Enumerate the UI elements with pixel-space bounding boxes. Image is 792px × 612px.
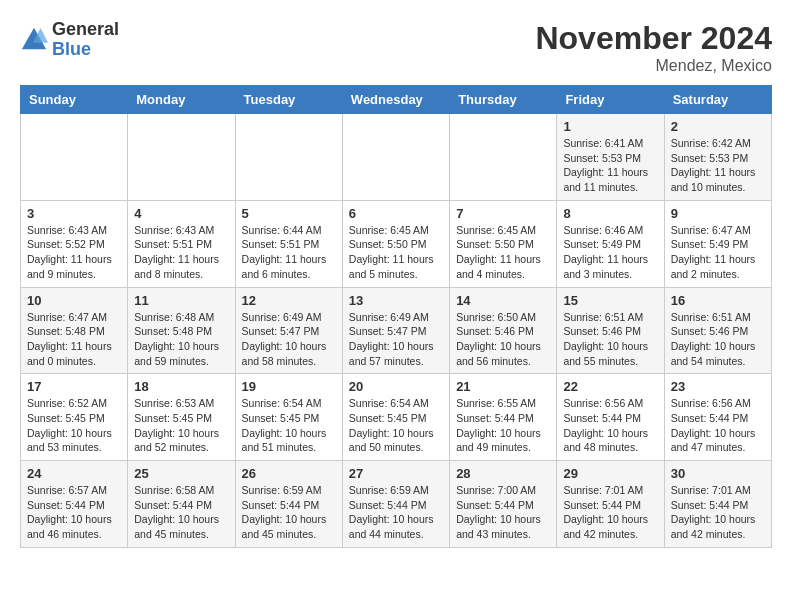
calendar-cell: 4Sunrise: 6:43 AM Sunset: 5:51 PM Daylig… xyxy=(128,200,235,287)
day-number: 14 xyxy=(456,293,550,308)
day-number: 24 xyxy=(27,466,121,481)
day-number: 25 xyxy=(134,466,228,481)
day-info: Sunrise: 6:55 AM Sunset: 5:44 PM Dayligh… xyxy=(456,396,550,455)
day-info: Sunrise: 6:44 AM Sunset: 5:51 PM Dayligh… xyxy=(242,223,336,282)
calendar-cell: 14Sunrise: 6:50 AM Sunset: 5:46 PM Dayli… xyxy=(450,287,557,374)
calendar-cell: 2Sunrise: 6:42 AM Sunset: 5:53 PM Daylig… xyxy=(664,114,771,201)
day-number: 23 xyxy=(671,379,765,394)
calendar-cell xyxy=(235,114,342,201)
calendar-cell: 17Sunrise: 6:52 AM Sunset: 5:45 PM Dayli… xyxy=(21,374,128,461)
day-info: Sunrise: 6:54 AM Sunset: 5:45 PM Dayligh… xyxy=(242,396,336,455)
weekday-wednesday: Wednesday xyxy=(342,86,449,114)
calendar-cell xyxy=(21,114,128,201)
calendar-cell: 15Sunrise: 6:51 AM Sunset: 5:46 PM Dayli… xyxy=(557,287,664,374)
day-number: 12 xyxy=(242,293,336,308)
day-number: 19 xyxy=(242,379,336,394)
calendar-cell xyxy=(342,114,449,201)
day-number: 22 xyxy=(563,379,657,394)
day-info: Sunrise: 6:59 AM Sunset: 5:44 PM Dayligh… xyxy=(242,483,336,542)
calendar-cell: 3Sunrise: 6:43 AM Sunset: 5:52 PM Daylig… xyxy=(21,200,128,287)
day-number: 15 xyxy=(563,293,657,308)
calendar-cell xyxy=(128,114,235,201)
day-info: Sunrise: 6:45 AM Sunset: 5:50 PM Dayligh… xyxy=(456,223,550,282)
calendar-week-5: 24Sunrise: 6:57 AM Sunset: 5:44 PM Dayli… xyxy=(21,461,772,548)
day-number: 21 xyxy=(456,379,550,394)
location: Mendez, Mexico xyxy=(535,57,772,75)
day-info: Sunrise: 7:01 AM Sunset: 5:44 PM Dayligh… xyxy=(671,483,765,542)
logo-icon xyxy=(20,26,48,54)
calendar-cell: 26Sunrise: 6:59 AM Sunset: 5:44 PM Dayli… xyxy=(235,461,342,548)
title-area: November 2024 Mendez, Mexico xyxy=(535,20,772,75)
day-number: 17 xyxy=(27,379,121,394)
day-number: 4 xyxy=(134,206,228,221)
day-info: Sunrise: 6:50 AM Sunset: 5:46 PM Dayligh… xyxy=(456,310,550,369)
day-number: 11 xyxy=(134,293,228,308)
day-info: Sunrise: 6:49 AM Sunset: 5:47 PM Dayligh… xyxy=(242,310,336,369)
day-info: Sunrise: 6:43 AM Sunset: 5:52 PM Dayligh… xyxy=(27,223,121,282)
day-info: Sunrise: 6:52 AM Sunset: 5:45 PM Dayligh… xyxy=(27,396,121,455)
day-info: Sunrise: 6:51 AM Sunset: 5:46 PM Dayligh… xyxy=(671,310,765,369)
day-number: 1 xyxy=(563,119,657,134)
calendar-cell: 13Sunrise: 6:49 AM Sunset: 5:47 PM Dayli… xyxy=(342,287,449,374)
logo: General Blue xyxy=(20,20,119,60)
weekday-monday: Monday xyxy=(128,86,235,114)
day-number: 6 xyxy=(349,206,443,221)
calendar-table: SundayMondayTuesdayWednesdayThursdayFrid… xyxy=(20,85,772,548)
day-number: 3 xyxy=(27,206,121,221)
calendar-cell: 19Sunrise: 6:54 AM Sunset: 5:45 PM Dayli… xyxy=(235,374,342,461)
day-info: Sunrise: 6:45 AM Sunset: 5:50 PM Dayligh… xyxy=(349,223,443,282)
calendar-cell: 24Sunrise: 6:57 AM Sunset: 5:44 PM Dayli… xyxy=(21,461,128,548)
calendar-cell: 30Sunrise: 7:01 AM Sunset: 5:44 PM Dayli… xyxy=(664,461,771,548)
month-title: November 2024 xyxy=(535,20,772,57)
weekday-saturday: Saturday xyxy=(664,86,771,114)
logo-general: General xyxy=(52,20,119,40)
day-number: 29 xyxy=(563,466,657,481)
day-info: Sunrise: 6:56 AM Sunset: 5:44 PM Dayligh… xyxy=(671,396,765,455)
day-info: Sunrise: 6:51 AM Sunset: 5:46 PM Dayligh… xyxy=(563,310,657,369)
calendar-cell: 22Sunrise: 6:56 AM Sunset: 5:44 PM Dayli… xyxy=(557,374,664,461)
calendar-cell: 20Sunrise: 6:54 AM Sunset: 5:45 PM Dayli… xyxy=(342,374,449,461)
day-info: Sunrise: 6:47 AM Sunset: 5:49 PM Dayligh… xyxy=(671,223,765,282)
calendar-week-2: 3Sunrise: 6:43 AM Sunset: 5:52 PM Daylig… xyxy=(21,200,772,287)
day-info: Sunrise: 6:47 AM Sunset: 5:48 PM Dayligh… xyxy=(27,310,121,369)
calendar-cell: 25Sunrise: 6:58 AM Sunset: 5:44 PM Dayli… xyxy=(128,461,235,548)
day-number: 9 xyxy=(671,206,765,221)
calendar-cell: 6Sunrise: 6:45 AM Sunset: 5:50 PM Daylig… xyxy=(342,200,449,287)
day-number: 16 xyxy=(671,293,765,308)
day-info: Sunrise: 6:43 AM Sunset: 5:51 PM Dayligh… xyxy=(134,223,228,282)
day-info: Sunrise: 7:01 AM Sunset: 5:44 PM Dayligh… xyxy=(563,483,657,542)
day-number: 7 xyxy=(456,206,550,221)
day-info: Sunrise: 6:42 AM Sunset: 5:53 PM Dayligh… xyxy=(671,136,765,195)
page: General Blue November 2024 Mendez, Mexic… xyxy=(0,0,792,568)
weekday-thursday: Thursday xyxy=(450,86,557,114)
calendar-cell: 12Sunrise: 6:49 AM Sunset: 5:47 PM Dayli… xyxy=(235,287,342,374)
day-info: Sunrise: 7:00 AM Sunset: 5:44 PM Dayligh… xyxy=(456,483,550,542)
calendar-week-1: 1Sunrise: 6:41 AM Sunset: 5:53 PM Daylig… xyxy=(21,114,772,201)
weekday-tuesday: Tuesday xyxy=(235,86,342,114)
calendar-cell: 5Sunrise: 6:44 AM Sunset: 5:51 PM Daylig… xyxy=(235,200,342,287)
day-number: 27 xyxy=(349,466,443,481)
calendar-cell: 21Sunrise: 6:55 AM Sunset: 5:44 PM Dayli… xyxy=(450,374,557,461)
calendar-cell: 18Sunrise: 6:53 AM Sunset: 5:45 PM Dayli… xyxy=(128,374,235,461)
calendar-cell: 10Sunrise: 6:47 AM Sunset: 5:48 PM Dayli… xyxy=(21,287,128,374)
day-number: 8 xyxy=(563,206,657,221)
calendar-week-3: 10Sunrise: 6:47 AM Sunset: 5:48 PM Dayli… xyxy=(21,287,772,374)
day-number: 20 xyxy=(349,379,443,394)
day-info: Sunrise: 6:53 AM Sunset: 5:45 PM Dayligh… xyxy=(134,396,228,455)
header: General Blue November 2024 Mendez, Mexic… xyxy=(20,20,772,75)
calendar-cell: 8Sunrise: 6:46 AM Sunset: 5:49 PM Daylig… xyxy=(557,200,664,287)
day-number: 28 xyxy=(456,466,550,481)
day-number: 26 xyxy=(242,466,336,481)
day-number: 10 xyxy=(27,293,121,308)
day-info: Sunrise: 6:46 AM Sunset: 5:49 PM Dayligh… xyxy=(563,223,657,282)
day-number: 2 xyxy=(671,119,765,134)
calendar-cell: 1Sunrise: 6:41 AM Sunset: 5:53 PM Daylig… xyxy=(557,114,664,201)
day-number: 13 xyxy=(349,293,443,308)
calendar-cell: 27Sunrise: 6:59 AM Sunset: 5:44 PM Dayli… xyxy=(342,461,449,548)
day-info: Sunrise: 6:56 AM Sunset: 5:44 PM Dayligh… xyxy=(563,396,657,455)
day-number: 5 xyxy=(242,206,336,221)
weekday-sunday: Sunday xyxy=(21,86,128,114)
calendar-cell xyxy=(450,114,557,201)
day-number: 18 xyxy=(134,379,228,394)
day-info: Sunrise: 6:54 AM Sunset: 5:45 PM Dayligh… xyxy=(349,396,443,455)
